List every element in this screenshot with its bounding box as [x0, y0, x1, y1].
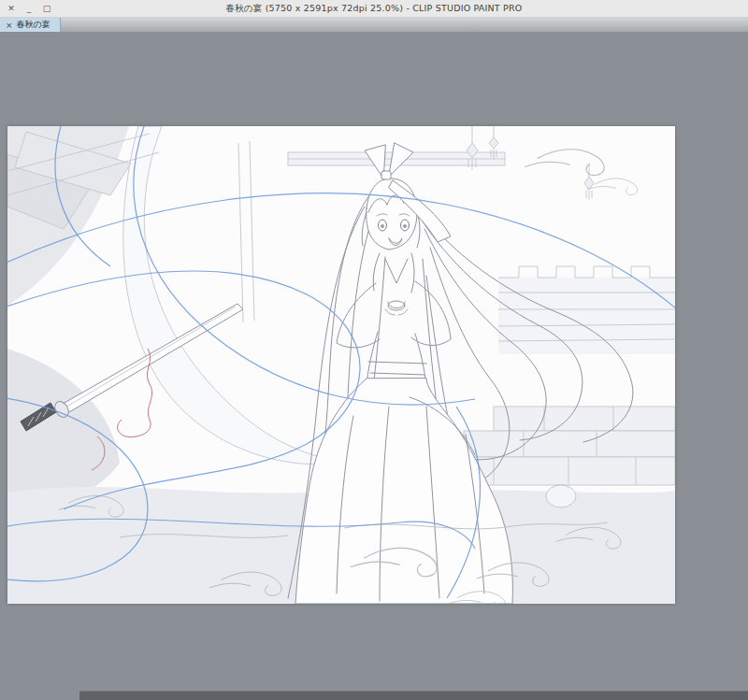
tab-close-icon[interactable]: ×: [6, 21, 13, 30]
drawing-canvas[interactable]: [7, 126, 675, 604]
window-titlebar: ✕ _ □ 春秋の宴 (5750 x 2591px 72dpi 25.0%) -…: [0, 0, 748, 18]
window-controls: ✕ _ □: [7, 0, 51, 17]
window-maximize-button[interactable]: □: [42, 5, 51, 13]
window-minimize-button[interactable]: _: [24, 5, 34, 13]
window-close-button[interactable]: ✕: [7, 5, 16, 13]
bottom-panel-edge: [79, 691, 748, 700]
document-tab[interactable]: × 春秋の宴: [0, 18, 61, 32]
window-title: 春秋の宴 (5750 x 2591px 72dpi 25.0%) - CLIP …: [0, 3, 748, 15]
document-tab-bar: × 春秋の宴: [0, 18, 748, 32]
canvas-workspace: [0, 32, 748, 700]
tab-label: 春秋の宴: [17, 19, 50, 31]
canvas-artwork: [7, 126, 675, 604]
